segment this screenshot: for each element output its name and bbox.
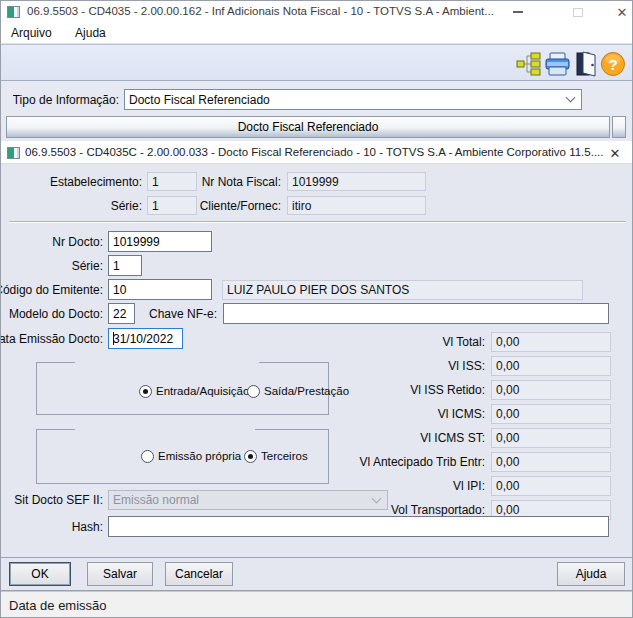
minimize-icon xyxy=(513,11,523,13)
cliente-fornec-label: Cliente/Fornec: xyxy=(200,199,281,213)
codigo-emitente-input[interactable]: 10 xyxy=(108,279,212,300)
dialog-title: 06.9.5503 - CD4035C - 2.00.00.033 - Doct… xyxy=(25,146,604,158)
vl-iss-retido-field: 0,00 xyxy=(491,380,611,400)
salvar-button[interactable]: Salvar xyxy=(87,562,153,586)
emitente-description-field: LUIZ PAULO PIER DOS SANTOS xyxy=(222,280,583,300)
status-bar: Data de emissão xyxy=(1,591,633,618)
nr-nota-fiscal-label: Nr Nota Fiscal: xyxy=(202,175,281,189)
radio-emissao-propria[interactable]: Emissão própria xyxy=(141,449,241,463)
sit-docto-label: Sit Docto SEF II: xyxy=(14,493,103,507)
close-icon: ✕ xyxy=(617,6,628,19)
serie-input[interactable]: 1 xyxy=(108,255,142,276)
menu-arquivo[interactable]: Arquivo xyxy=(1,23,62,40)
app-icon xyxy=(7,6,20,21)
data-emissao-input[interactable]: 31/10/2022 xyxy=(108,328,183,349)
radio-saida-prestacao[interactable]: Saída/Prestação xyxy=(247,384,349,398)
vl-icms-st-label: Vl ICMS ST: xyxy=(420,431,485,445)
nr-docto-input[interactable]: 1019999 xyxy=(108,231,212,252)
help-icon[interactable]: ? xyxy=(599,50,626,77)
maximize-button[interactable] xyxy=(563,1,593,23)
minimize-button[interactable] xyxy=(503,1,533,23)
vl-iss-label: Vl ISS: xyxy=(448,359,485,373)
nr-nota-fiscal-field: 1019999 xyxy=(287,172,426,191)
codigo-emitente-label: Código do Emitente: xyxy=(0,283,103,297)
vl-antecipado-field: 0,00 xyxy=(491,452,611,472)
grid-header-label: Docto Fiscal Referenciado xyxy=(238,120,379,134)
grid-header-corner xyxy=(612,116,626,138)
chave-nfe-input[interactable] xyxy=(223,303,609,324)
chave-nfe-label: Chave NF-e: xyxy=(149,307,217,321)
maximize-icon xyxy=(573,8,583,17)
radio-icon xyxy=(141,450,154,463)
close-icon: ✕ xyxy=(610,146,621,161)
radio-icon xyxy=(244,450,257,463)
hierarchy-icon[interactable] xyxy=(515,50,542,77)
vl-antecipado-label: Vl Antecipado Trib Entr: xyxy=(360,455,485,469)
info-type-label: Tipo de Informação: xyxy=(13,93,119,107)
main-window: 06.9.5503 - CD4035 - 2.00.00.162 - Inf A… xyxy=(0,0,633,618)
panel-divider xyxy=(1,557,633,558)
ok-button[interactable]: OK xyxy=(9,562,71,586)
separator xyxy=(9,221,626,223)
vl-ipi-field: 0,00 xyxy=(491,476,611,496)
vl-iss-retido-label: Vl ISS Retido: xyxy=(410,383,485,397)
info-type-value: Docto Fiscal Referenciado xyxy=(129,93,270,107)
exit-icon[interactable] xyxy=(573,50,600,77)
radio-icon xyxy=(139,385,152,398)
menu-ajuda[interactable]: Ajuda xyxy=(65,23,116,40)
hash-input[interactable] xyxy=(108,516,609,537)
serie-header-field: 1 xyxy=(147,196,197,215)
toolbar: ? xyxy=(1,44,633,81)
modelo-docto-input[interactable]: 22 xyxy=(108,303,135,324)
vol-transportado-label: Vol Transportado: xyxy=(391,503,485,517)
data-emissao-label: Data Emissão Docto: xyxy=(0,332,103,346)
serie-header-label: Série: xyxy=(111,199,142,213)
radio-entrada-aquisicao[interactable]: Entrada/Aquisição xyxy=(139,384,249,398)
vl-iss-field: 0,00 xyxy=(491,356,611,376)
cliente-fornec-field: itiro xyxy=(287,196,426,215)
status-text: Data de emissão xyxy=(9,598,107,613)
modelo-docto-label: Modelo do Docto: xyxy=(9,307,103,321)
dialog-close-button[interactable]: ✕ xyxy=(604,144,626,162)
cancelar-button[interactable]: Cancelar xyxy=(165,562,233,586)
estabelecimento-label: Estabelecimento: xyxy=(50,175,142,189)
vl-icms-st-field: 0,00 xyxy=(491,428,611,448)
close-button[interactable]: ✕ xyxy=(607,1,633,23)
menubar: Arquivo Ajuda xyxy=(1,23,633,44)
radio-icon xyxy=(247,385,260,398)
estabelecimento-field: 1 xyxy=(147,172,197,191)
chevron-down-icon xyxy=(372,493,382,503)
ajuda-button[interactable]: Ajuda xyxy=(557,562,625,586)
radio-terceiros[interactable]: Terceiros xyxy=(244,449,308,463)
vl-total-label: Vl Total: xyxy=(443,335,485,349)
nr-docto-label: Nr Docto: xyxy=(52,235,103,249)
vl-icms-label: Vl ICMS: xyxy=(438,407,485,421)
window-title: 06.9.5503 - CD4035 - 2.00.00.162 - Inf A… xyxy=(27,5,494,17)
hash-label: Hash: xyxy=(72,520,103,534)
svg-text:?: ? xyxy=(608,55,617,72)
dialog-titlebar: 06.9.5503 - CD4035C - 2.00.00.033 - Doct… xyxy=(1,141,632,164)
main-titlebar: 06.9.5503 - CD4035 - 2.00.00.162 - Inf A… xyxy=(1,1,633,23)
serie-label: Série: xyxy=(72,259,103,273)
chevron-down-icon xyxy=(566,93,576,103)
print-icon[interactable] xyxy=(544,50,571,77)
grid-column-header: Docto Fiscal Referenciado xyxy=(6,116,610,138)
vl-icms-field: 0,00 xyxy=(491,404,611,424)
vl-ipi-label: Vl IPI: xyxy=(453,479,485,493)
app-icon xyxy=(7,147,20,162)
vl-total-field: 0,00 xyxy=(491,332,611,352)
sit-docto-select: Emissão normal xyxy=(108,490,388,510)
info-type-select[interactable]: Docto Fiscal Referenciado xyxy=(124,89,582,110)
